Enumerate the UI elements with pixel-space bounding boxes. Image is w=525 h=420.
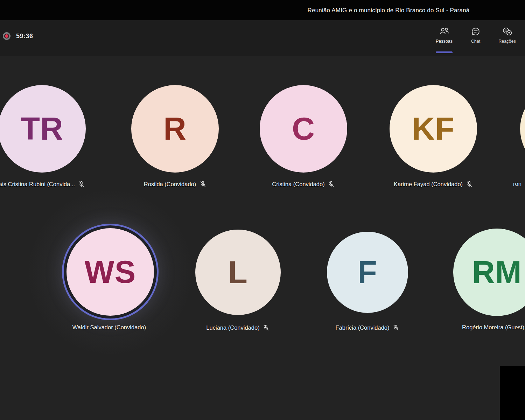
avatar-initials: C [292,111,315,147]
participant-name: Rosilda (Convidado) [144,181,196,188]
recording-icon [3,32,10,40]
meeting-toolbar: 59:36 Pessoas Chat [0,20,525,56]
participant-nameplate: Cristina (Convidado) [272,181,335,188]
camera-off-thumbnail[interactable] [500,366,525,420]
mic-muted-icon [199,181,206,188]
participant-avatar[interactable]: F [327,232,408,313]
recording-indicator: 59:36 [3,32,33,40]
participant-name: Karime Fayad (Convidado) [394,181,463,188]
mic-muted-icon [328,181,335,188]
reactions-button[interactable]: Reações [494,23,520,53]
teams-meeting-window: Reunião AMIG e o município de Rio Branco… [0,0,525,420]
avatar-initials: F [358,254,377,290]
people-button-label: Pessoas [436,39,453,44]
participant-nameplate: Rogério Moreira (Guest) (C [462,324,525,331]
participant-name: Fabrícia (Convidado) [335,324,389,331]
chat-icon [470,27,481,36]
avatar-initials: R [163,111,187,147]
avatar-initials: L [228,254,248,290]
participant-nameplate: ais Cristina Rubini (Convida... [0,181,85,188]
toolbar-buttons: Pessoas Chat Reaçõe [431,23,520,53]
participant-nameplate: Karime Fayad (Convidado) [394,181,473,188]
participant-avatar[interactable]: C [260,85,347,173]
participant-name: Rogério Moreira (Guest) (C [462,324,525,331]
reactions-button-label: Reações [498,39,516,44]
mic-muted-icon [466,181,473,188]
participant-avatar[interactable]: R [131,85,219,173]
avatar-initials: WS [85,254,136,290]
participant-name: Cristina (Convidado) [272,181,324,188]
participant-avatar[interactable]: L [195,230,281,315]
participant-nameplate: Rosilda (Convidado) [144,181,206,188]
participant-avatar[interactable]: KF [390,85,477,173]
participant-nameplate: Waldir Salvador (Convidado) [72,324,146,331]
chat-button[interactable]: Chat [463,23,489,53]
participant-grid: TR ais Cristina Rubini (Convida... R Ros… [0,56,525,420]
participant-name: Luciana (Convidado) [206,324,259,331]
avatar-initials: KF [412,111,455,147]
mic-muted-icon [263,324,270,331]
people-icon [439,27,449,36]
avatar-initials: RM [472,254,522,290]
people-button[interactable]: Pessoas [431,23,457,53]
participant-avatar[interactable]: TR [0,85,86,173]
participant-nameplate: ron [513,181,522,187]
participant-nameplate: Fabrícia (Convidado) [335,324,399,331]
participant-name: Waldir Salvador (Convidado) [72,324,146,331]
chat-button-label: Chat [471,39,480,44]
participant-nameplate: Luciana (Convidado) [206,324,270,331]
participant-avatar[interactable] [520,85,525,173]
participant-avatar[interactable]: WS [66,228,154,316]
mic-muted-icon [393,324,400,331]
participant-name: ron [513,181,522,187]
meeting-title: Reunião AMIG e o município de Rio Branco… [308,7,470,14]
window-titlebar: Reunião AMIG e o município de Rio Branco… [0,0,525,20]
participant-name: ais Cristina Rubini (Convida... [0,181,75,188]
mic-muted-icon [78,181,85,188]
recording-timer: 59:36 [16,33,33,40]
participant-avatar[interactable]: RM [453,229,525,316]
avatar-initials: TR [21,111,63,147]
reactions-icon [502,27,512,36]
